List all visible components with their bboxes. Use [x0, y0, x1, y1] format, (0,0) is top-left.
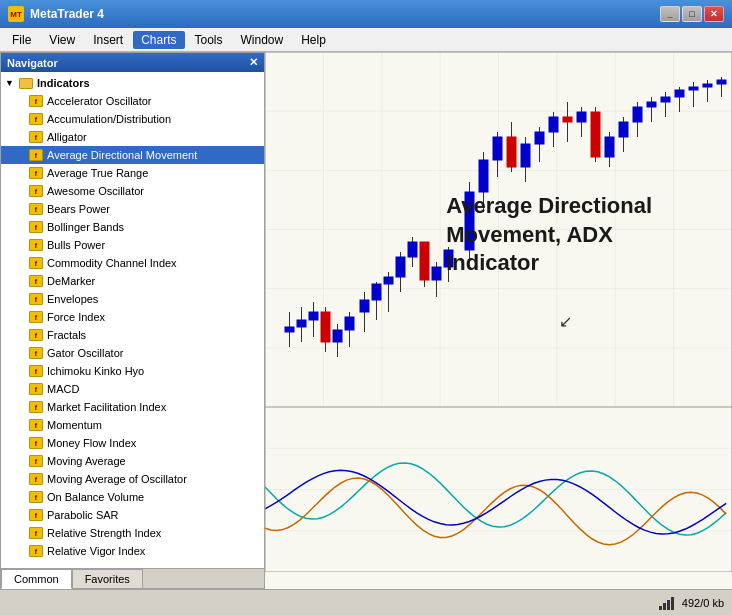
- indicator-atr[interactable]: f Average True Range: [1, 164, 264, 182]
- indicator-label: Parabolic SAR: [47, 509, 119, 521]
- indicator-awesome[interactable]: f Awesome Oscillator: [1, 182, 264, 200]
- indicator-mfi[interactable]: f Market Facilitation Index: [1, 398, 264, 416]
- bar2: [663, 603, 666, 610]
- indicator-icon: f: [29, 509, 43, 521]
- menu-window[interactable]: Window: [233, 31, 292, 49]
- tab-common[interactable]: Common: [1, 569, 72, 589]
- indicators-label: Indicators: [37, 77, 90, 89]
- indicator-label: Money Flow Index: [47, 437, 136, 449]
- indicator-icon: f: [29, 491, 43, 503]
- indicators-section[interactable]: ▼ Indicators: [1, 74, 264, 92]
- menu-bar: File View Insert Charts Tools Window Hel…: [0, 28, 732, 52]
- status-coords: 492/0 kb: [682, 597, 724, 609]
- indicator-icon: f: [29, 419, 43, 431]
- indicator-sar[interactable]: f Parabolic SAR: [1, 506, 264, 524]
- indicator-momentum[interactable]: f Momentum: [1, 416, 264, 434]
- indicator-icon: f: [29, 275, 43, 287]
- tree-root: ▼ Indicators f Accelerator Oscillator f …: [1, 72, 264, 562]
- indicator-label: On Balance Volume: [47, 491, 144, 503]
- indicator-label: Envelopes: [47, 293, 98, 305]
- menu-tools[interactable]: Tools: [187, 31, 231, 49]
- menu-insert[interactable]: Insert: [85, 31, 131, 49]
- indicator-label: MACD: [47, 383, 79, 395]
- chart-area[interactable]: Average Directional Movement, ADX Indica…: [265, 52, 732, 589]
- navigator-body[interactable]: ▼ Indicators f Accelerator Oscillator f …: [1, 72, 264, 568]
- navigator-panel: Navigator ✕ ▼ Indicators f Accelerator O…: [0, 52, 265, 589]
- indicator-obv[interactable]: f On Balance Volume: [1, 488, 264, 506]
- indicator-icon: f: [29, 347, 43, 359]
- adx-annotation: Average Directional Movement, ADX Indica…: [446, 192, 652, 278]
- navigator-tabs: Common Favorites: [1, 568, 264, 588]
- chart-container[interactable]: Average Directional Movement, ADX Indica…: [265, 52, 732, 589]
- indicator-label: Gator Oscillator: [47, 347, 123, 359]
- adx-canvas: [265, 407, 732, 572]
- app-title: MetaTrader 4: [30, 7, 104, 21]
- indicator-label: Accumulation/Distribution: [47, 113, 171, 125]
- indicator-label: Bulls Power: [47, 239, 105, 251]
- menu-file[interactable]: File: [4, 31, 39, 49]
- indicator-label: Fractals: [47, 329, 86, 341]
- main-layout: Navigator ✕ ▼ Indicators f Accelerator O…: [0, 52, 732, 589]
- signal-bars: [659, 596, 674, 610]
- indicator-force[interactable]: f Force Index: [1, 308, 264, 326]
- title-bar-left: MT MetaTrader 4: [8, 6, 104, 22]
- indicator-demarker[interactable]: f DeMarker: [1, 272, 264, 290]
- indicator-fractals[interactable]: f Fractals: [1, 326, 264, 344]
- indicator-ichimoku[interactable]: f Ichimoku Kinko Hyo: [1, 362, 264, 380]
- indicator-label: Relative Vigor Index: [47, 545, 145, 557]
- indicator-adx[interactable]: f Average Directional Movement: [1, 146, 264, 164]
- app-icon: MT: [8, 6, 24, 22]
- indicator-label: Relative Strength Index: [47, 527, 161, 539]
- bar3: [667, 600, 670, 610]
- indicator-ma[interactable]: f Moving Average: [1, 452, 264, 470]
- indicator-icon: f: [29, 257, 43, 269]
- menu-view[interactable]: View: [41, 31, 83, 49]
- indicator-osma[interactable]: f Moving Average of Oscillator: [1, 470, 264, 488]
- title-bar: MT MetaTrader 4 _ □ ✕: [0, 0, 732, 28]
- menu-help[interactable]: Help: [293, 31, 334, 49]
- indicator-label: Force Index: [47, 311, 105, 323]
- indicator-bollinger[interactable]: f Bollinger Bands: [1, 218, 264, 236]
- navigator-close[interactable]: ✕: [249, 56, 258, 69]
- indicator-label: Moving Average: [47, 455, 126, 467]
- menu-charts[interactable]: Charts: [133, 31, 184, 49]
- indicator-label: Accelerator Oscillator: [47, 95, 152, 107]
- indicator-money-flow[interactable]: f Money Flow Index: [1, 434, 264, 452]
- indicator-label: Alligator: [47, 131, 87, 143]
- indicator-icon: f: [29, 149, 43, 161]
- indicator-envelopes[interactable]: f Envelopes: [1, 290, 264, 308]
- bar1: [659, 606, 662, 610]
- indicator-accumulation[interactable]: f Accumulation/Distribution: [1, 110, 264, 128]
- indicator-cci[interactable]: f Commodity Channel Index: [1, 254, 264, 272]
- indicator-label: Bears Power: [47, 203, 110, 215]
- indicator-alligator[interactable]: f Alligator: [1, 128, 264, 146]
- maximize-button[interactable]: □: [682, 6, 702, 22]
- indicator-macd[interactable]: f MACD: [1, 380, 264, 398]
- indicator-icon: f: [29, 185, 43, 197]
- close-button[interactable]: ✕: [704, 6, 724, 22]
- expand-icon: ▼: [5, 78, 19, 88]
- indicator-gator[interactable]: f Gator Oscillator: [1, 344, 264, 362]
- bar4: [671, 597, 674, 610]
- indicator-icon: f: [29, 437, 43, 449]
- indicator-accelerator[interactable]: f Accelerator Oscillator: [1, 92, 264, 110]
- indicator-icon: f: [29, 221, 43, 233]
- navigator-header: Navigator ✕: [1, 53, 264, 72]
- indicator-icon: f: [29, 473, 43, 485]
- indicator-icon: f: [29, 131, 43, 143]
- indicator-label: Bollinger Bands: [47, 221, 124, 233]
- title-bar-controls[interactable]: _ □ ✕: [660, 6, 724, 22]
- indicator-rsi[interactable]: f Relative Strength Index: [1, 524, 264, 542]
- indicator-icon: f: [29, 401, 43, 413]
- indicator-label: Moving Average of Oscillator: [47, 473, 187, 485]
- minimize-button[interactable]: _: [660, 6, 680, 22]
- indicator-bears[interactable]: f Bears Power: [1, 200, 264, 218]
- indicator-icon: f: [29, 365, 43, 377]
- indicator-rvi[interactable]: f Relative Vigor Index: [1, 542, 264, 560]
- status-bar: 492/0 kb: [0, 589, 732, 615]
- indicator-icon: f: [29, 311, 43, 323]
- tab-favorites[interactable]: Favorites: [72, 569, 143, 588]
- indicator-bulls[interactable]: f Bulls Power: [1, 236, 264, 254]
- folder-icon: [19, 78, 33, 89]
- navigator-title: Navigator: [7, 57, 58, 69]
